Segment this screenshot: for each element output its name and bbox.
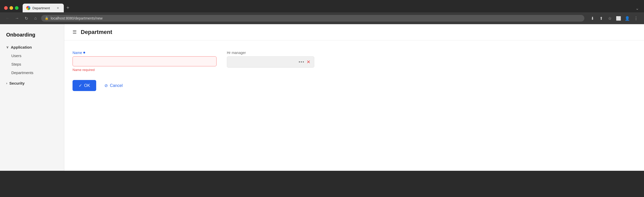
cancel-button[interactable]: ⊘ Cancel [99,80,128,91]
new-tab-button[interactable]: + [64,5,72,12]
hamburger-icon[interactable]: ☰ [73,29,77,35]
tab-title: Department [32,6,53,10]
name-label: Name [73,51,217,55]
sidebar-item-steps[interactable]: Steps [0,60,64,68]
cancel-label: Cancel [110,83,123,88]
split-view-icon[interactable]: ⬜ [615,14,622,22]
title-bar: Department × + ⌄ [0,0,644,12]
reload-icon: ↻ [25,16,28,21]
security-chevron-icon: › [6,81,7,85]
tab-close-button[interactable]: × [56,6,60,10]
home-icon: ⌂ [34,16,37,21]
sidebar-section-application-label: Application [11,45,32,49]
name-form-group: Name Name required [73,51,217,72]
ok-label: OK [84,83,90,88]
forward-icon: → [15,16,19,21]
form-area: Name Name required Hr manager ••• ✕ [64,40,644,101]
back-icon: ← [6,16,10,21]
browser-menu-icon[interactable]: ⋮ [632,14,640,22]
share-icon[interactable]: ⬆ [597,14,605,22]
sidebar-item-departments[interactable]: Departments [0,68,64,77]
hr-manager-label: Hr manager [227,51,314,55]
address-input-wrap[interactable]: 🔒 localhost:8080/departments/new [41,15,584,22]
hr-manager-field[interactable]: ••• ✕ [227,56,314,68]
profile-icon[interactable]: 👤 [623,14,631,22]
application-chevron-icon: ∨ [6,45,9,49]
sidebar: Onboarding ∨ Application Users Steps Dep… [0,24,64,171]
tab-bar: Department × + ⌄ [23,4,640,12]
traffic-lights [4,6,19,10]
home-button[interactable]: ⌂ [32,15,39,22]
name-error-message: Name required [73,68,217,72]
name-input[interactable] [73,56,217,66]
forward-button[interactable]: → [13,15,21,22]
tab-favicon [26,6,30,10]
address-text: localhost:8080/departments/new [51,16,581,20]
required-indicator [83,52,85,53]
download-icon[interactable]: ⬇ [588,14,596,22]
hr-more-button[interactable]: ••• [299,60,305,64]
sidebar-section-security: › Security [0,79,64,87]
page-content: Onboarding ∨ Application Users Steps Dep… [0,24,644,171]
browser-window: Department × + ⌄ ← → ↻ ⌂ 🔒 localhost:808… [0,0,644,171]
sidebar-title: Onboarding [0,29,64,43]
page-title: Department [81,29,112,35]
minimize-button[interactable] [10,6,13,10]
lock-icon: 🔒 [45,16,49,20]
tabs-chevron-icon[interactable]: ⌄ [636,6,640,12]
active-tab[interactable]: Department × [23,4,64,12]
sidebar-section-security-header[interactable]: › Security [0,79,64,87]
sidebar-section-application: ∨ Application Users Steps Departments [0,43,64,77]
ok-button[interactable]: ✓ OK [73,80,96,91]
sidebar-item-users[interactable]: Users [0,51,64,60]
hr-manager-form-group: Hr manager ••• ✕ [227,51,314,68]
back-button[interactable]: ← [4,15,11,22]
main-content: ☰ Department Name Name required [64,24,644,171]
reload-button[interactable]: ↻ [23,15,30,22]
close-button[interactable] [4,6,8,10]
toolbar-icons: ⬇ ⬆ ☆ ⬜ 👤 ⋮ [588,14,640,22]
cancel-circle-icon: ⊘ [104,83,108,88]
page-header: ☰ Department [64,24,644,40]
bookmark-icon[interactable]: ☆ [606,14,614,22]
maximize-button[interactable] [15,6,19,10]
sidebar-items-application: Users Steps Departments [0,51,64,77]
hr-clear-button[interactable]: ✕ [307,59,310,65]
address-bar: ← → ↻ ⌂ 🔒 localhost:8080/departments/new… [0,12,644,24]
sidebar-section-security-label: Security [9,81,24,85]
form-row-main: Name Name required Hr manager ••• ✕ [73,51,636,72]
sidebar-section-application-header[interactable]: ∨ Application [0,43,64,51]
ok-check-icon: ✓ [79,83,82,88]
form-actions: ✓ OK ⊘ Cancel [73,80,636,91]
